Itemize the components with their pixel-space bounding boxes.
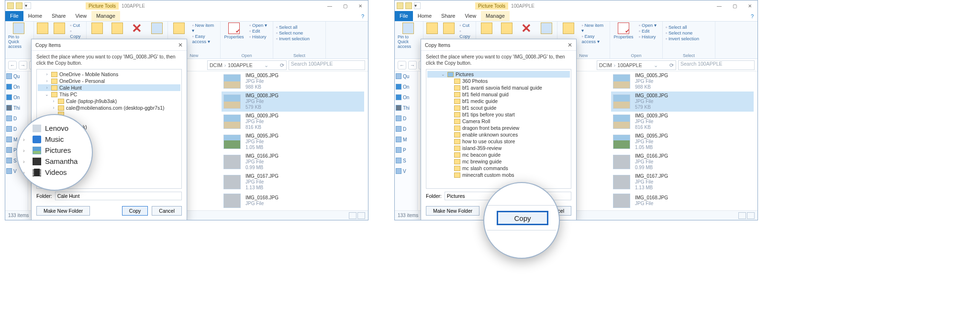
file-row[interactable]: IMG_0005.JPGJPG File988 KB	[222, 71, 364, 92]
minimize-button[interactable]: —	[322, 0, 337, 11]
properties[interactable]: ✔Properties	[223, 23, 245, 39]
search-input[interactable]: Search 100APPLE	[289, 60, 365, 70]
crumb-item[interactable]: 100APPLE	[617, 62, 642, 68]
desktop-node[interactable]: D	[6, 115, 27, 121]
open-cmd[interactable]: Open ▾	[639, 23, 657, 28]
tree-node[interactable]: bf1 medic guide	[427, 98, 570, 104]
qat-icon[interactable]	[16, 2, 22, 9]
tree-node[interactable]: mc slash commands	[427, 165, 570, 172]
invert-selection-cmd[interactable]: Invert selection	[276, 36, 323, 41]
new-folder[interactable]	[171, 23, 187, 34]
file-row[interactable]: IMG_0166.JPGJPG File0.99 MB	[611, 152, 754, 172]
history-cmd[interactable]: History	[249, 34, 267, 39]
videos-node[interactable]: V	[396, 168, 416, 174]
expander-icon[interactable]: ›	[45, 72, 49, 77]
tree-node[interactable]: ›cale@mobilenations.com (desktop-ggbr7s1…	[38, 104, 180, 111]
pictures-node[interactable]: P	[396, 147, 416, 153]
tree-node[interactable]: enable unknown sources	[427, 131, 570, 138]
new-item-cmd[interactable]: New item ▾	[581, 23, 607, 33]
tree-node[interactable]: island-359-review	[427, 145, 570, 151]
delete[interactable]: ✕	[130, 23, 145, 34]
folder-tree[interactable]: ⌄Pictures360 Photosbf1 avanti savoia fie…	[426, 69, 571, 189]
paste-big[interactable]	[443, 23, 455, 34]
copy-big[interactable]	[37, 23, 49, 34]
edit-cmd[interactable]: Edit	[639, 28, 657, 34]
tree-node[interactable]: ⌄Pictures	[427, 71, 570, 78]
manage-tab[interactable]: Manage	[481, 11, 510, 21]
file-row[interactable]: IMG_0167.JPGJPG File1.13 MB	[222, 172, 364, 192]
edit-cmd[interactable]: Edit	[249, 28, 267, 34]
share-tab[interactable]: Share	[47, 11, 70, 21]
onedrive-node[interactable]: On	[6, 84, 27, 90]
search-input[interactable]: Search 100APPLE	[678, 60, 755, 70]
back-button[interactable]: ←	[398, 61, 406, 69]
rename[interactable]	[539, 23, 554, 34]
cut-cmd[interactable]: Cut	[70, 23, 83, 28]
tree-node[interactable]: mc brewing guide	[427, 158, 570, 165]
cut-cmd[interactable]: Cut	[459, 23, 473, 28]
thispc-node[interactable]: Thi	[396, 105, 416, 111]
file-row[interactable]: IMG_0095.JPGJPG File1.05 MB	[611, 132, 754, 152]
fwd-button[interactable]: →	[19, 61, 27, 69]
dropdown-icon[interactable]: ⌄	[654, 62, 658, 68]
file-row[interactable]: IMG_0009.JPGJPG File816 KB	[222, 112, 364, 132]
moveto[interactable]	[479, 23, 494, 34]
file-row[interactable]: IMG_0009.JPGJPG File816 KB	[611, 112, 754, 132]
help-icon[interactable]: ?	[747, 11, 757, 21]
tiles-view-button[interactable]	[357, 212, 365, 219]
tree-node-zoomed[interactable]: ›Videos	[17, 167, 92, 178]
file-row[interactable]: IMG_0168.JPGJPG File	[611, 192, 754, 209]
close-button[interactable]: ✕	[742, 0, 757, 11]
home-tab[interactable]: Home	[23, 11, 47, 21]
dialog-close-button[interactable]: ✕	[568, 42, 572, 48]
downloads-node[interactable]: D	[396, 126, 416, 132]
tree-node[interactable]: minecraft custom mobs	[427, 172, 570, 178]
copy-big[interactable]	[426, 23, 438, 34]
desktop-node[interactable]: D	[396, 115, 416, 121]
cancel-button[interactable]: Cancel	[152, 206, 182, 216]
back-button[interactable]: ←	[8, 61, 17, 69]
pin-to-quick-access[interactable]: Pin to Quick access	[398, 23, 419, 49]
music-node[interactable]: M	[396, 137, 416, 142]
view-tab[interactable]: View	[70, 11, 91, 21]
qat-icon[interactable]	[405, 2, 412, 9]
breadcrumb[interactable]: DCIM › 100APPLE ⌄ ⟳	[207, 60, 287, 70]
new-item-cmd[interactable]: New item ▾	[192, 23, 217, 33]
tree-node[interactable]: mc beacon guide	[427, 151, 570, 158]
file-tab[interactable]: File	[395, 11, 413, 21]
file-row[interactable]: IMG_0005.JPGJPG File988 KB	[611, 71, 754, 92]
properties[interactable]: ✔Properties	[613, 23, 634, 39]
qat-icon[interactable]: ▾	[414, 2, 421, 9]
invert-selection-cmd[interactable]: Invert selection	[666, 36, 712, 41]
tree-node[interactable]: dragon front beta preview	[427, 125, 570, 131]
sam-node[interactable]: S	[396, 158, 416, 163]
tree-node[interactable]: bf1 avanti savoia field manual guide	[427, 84, 570, 91]
select-none-cmd[interactable]: Select none	[276, 30, 323, 35]
expander-icon[interactable]: ›	[23, 159, 29, 164]
manage-tab[interactable]: Manage	[91, 11, 120, 21]
maximize-button[interactable]: ▢	[337, 0, 353, 11]
expander-icon[interactable]: ›	[23, 170, 29, 175]
expander-icon[interactable]: ⌄	[441, 72, 445, 77]
tree-node-zoomed[interactable]: ›Lenovo	[17, 123, 92, 134]
tiles-view-button[interactable]	[747, 212, 755, 219]
tree-node[interactable]: Camera Roll	[427, 118, 570, 125]
new-folder[interactable]	[560, 23, 577, 34]
dialog-close-button[interactable]: ✕	[178, 42, 183, 48]
quick-access-node[interactable]: Qu	[6, 73, 27, 79]
tree-node-zoomed[interactable]: ›Music	[17, 134, 92, 145]
tree-node[interactable]: 360 Photos	[427, 78, 570, 84]
tree-node-zoomed[interactable]: ›Pictures	[17, 145, 92, 156]
file-row[interactable]: IMG_0167.JPGJPG File1.13 MB	[611, 172, 754, 192]
expander-icon[interactable]: ›	[45, 85, 49, 90]
thispc-node[interactable]: Thi	[6, 105, 27, 111]
onedrive-node[interactable]: On	[6, 94, 27, 100]
make-new-folder-button[interactable]: Make New Folder	[36, 206, 90, 216]
moveto[interactable]	[89, 23, 105, 34]
expander-icon[interactable]: ›	[51, 99, 56, 103]
dropdown-icon[interactable]: ⌄	[264, 62, 268, 68]
minimize-button[interactable]: —	[712, 0, 727, 11]
quick-access-node[interactable]: Qu	[396, 73, 416, 79]
folder-input[interactable]	[55, 192, 182, 200]
crumb-item[interactable]: 100APPLE	[228, 62, 252, 68]
